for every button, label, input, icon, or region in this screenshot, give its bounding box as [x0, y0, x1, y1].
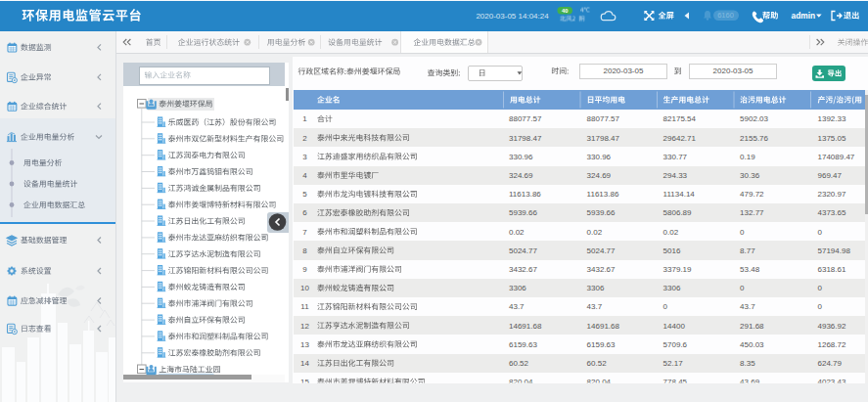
svg-text:1268.72: 1268.72 [818, 340, 846, 349]
svg-text:969.47: 969.47 [818, 171, 843, 180]
svg-text:330.77: 330.77 [663, 153, 688, 161]
svg-text:4936.92: 4936.92 [818, 322, 846, 331]
svg-text:294.33: 294.33 [663, 171, 688, 180]
svg-text:88077.57: 88077.57 [509, 114, 542, 123]
svg-text:7: 7 [302, 228, 307, 237]
svg-text:8.35: 8.35 [740, 359, 755, 368]
svg-text:14691.68: 14691.68 [587, 322, 620, 331]
svg-text:778.45: 778.45 [663, 378, 688, 386]
svg-text:820.04: 820.04 [587, 378, 612, 386]
svg-text:5024.77: 5024.77 [509, 246, 537, 255]
svg-text:40: 40 [562, 8, 568, 14]
svg-text:330.96: 330.96 [509, 153, 533, 161]
svg-text:53.48: 53.48 [740, 265, 760, 274]
svg-text:0: 0 [818, 284, 823, 292]
svg-text:3306: 3306 [509, 284, 526, 292]
svg-text:5806.89: 5806.89 [663, 208, 692, 217]
svg-text:4373.65: 4373.65 [818, 208, 846, 217]
svg-text:3432.67: 3432.67 [587, 265, 616, 274]
svg-text:6159.63: 6159.63 [587, 340, 616, 349]
svg-text:14: 14 [300, 359, 309, 368]
svg-text:0.02: 0.02 [509, 228, 525, 237]
svg-text:1392.33: 1392.33 [818, 114, 846, 123]
svg-text:11613.86: 11613.86 [509, 190, 541, 199]
svg-text:3306: 3306 [587, 284, 605, 292]
svg-text:5016: 5016 [663, 246, 681, 255]
svg-text:3379.19: 3379.19 [663, 265, 692, 274]
svg-text:0.02: 0.02 [663, 228, 679, 237]
svg-text:0: 0 [740, 228, 745, 237]
svg-text:43.69: 43.69 [740, 378, 760, 386]
svg-text:4023.43: 4023.43 [818, 378, 846, 386]
svg-text:479.72: 479.72 [740, 190, 764, 199]
svg-text:12: 12 [300, 322, 309, 331]
svg-text:15: 15 [300, 378, 309, 386]
svg-text:0: 0 [818, 228, 823, 237]
svg-text:31798.47: 31798.47 [587, 134, 620, 143]
svg-text:52.17: 52.17 [663, 359, 684, 368]
svg-text:174089.47: 174089.47 [818, 153, 855, 161]
svg-text:11134.14: 11134.14 [663, 190, 696, 199]
svg-text:2320.97: 2320.97 [818, 190, 846, 199]
svg-text:5902.03: 5902.03 [740, 114, 768, 123]
svg-text:330.96: 330.96 [587, 153, 612, 161]
svg-text:324.69: 324.69 [587, 171, 612, 180]
svg-text:admin: admin [792, 11, 816, 21]
svg-text:324.69: 324.69 [509, 171, 533, 180]
svg-text:5024.77: 5024.77 [587, 246, 616, 255]
svg-text:6: 6 [302, 208, 307, 217]
svg-text:4: 4 [302, 171, 307, 180]
svg-text:11: 11 [300, 302, 309, 311]
svg-text:820.04: 820.04 [509, 378, 533, 386]
svg-text:8: 8 [302, 246, 307, 255]
svg-text:5939.66: 5939.66 [509, 208, 537, 217]
svg-text:1: 1 [302, 114, 307, 123]
svg-text:0: 0 [663, 302, 668, 311]
svg-text:2020-03-05 14:04:24: 2020-03-05 14:04:24 [476, 12, 549, 21]
svg-text:88077.57: 88077.57 [587, 114, 620, 123]
svg-text:8.77: 8.77 [740, 246, 755, 255]
svg-text:60.52: 60.52 [509, 359, 529, 368]
svg-text:82175.54: 82175.54 [663, 114, 697, 123]
svg-text:3432.67: 3432.67 [509, 265, 537, 274]
svg-text:2020-03-05: 2020-03-05 [713, 67, 754, 75]
svg-text:13: 13 [300, 340, 309, 349]
svg-text:132.77: 132.77 [740, 208, 764, 217]
svg-text:60.52: 60.52 [587, 359, 608, 368]
svg-text:0.02: 0.02 [587, 228, 603, 237]
svg-text:3: 3 [302, 153, 307, 161]
svg-text:57194.98: 57194.98 [818, 246, 851, 255]
svg-text:3306: 3306 [663, 284, 681, 292]
svg-text:6160: 6160 [717, 11, 734, 20]
svg-text:2020-03-05: 2020-03-05 [604, 67, 644, 75]
svg-text:43.7: 43.7 [587, 302, 603, 311]
svg-text:0.19: 0.19 [740, 153, 755, 161]
svg-text:0: 0 [818, 302, 823, 311]
svg-text:9: 9 [302, 265, 307, 274]
svg-text:43.7: 43.7 [509, 302, 525, 311]
svg-text:0: 0 [740, 284, 745, 292]
svg-text:30.36: 30.36 [740, 171, 760, 180]
svg-text:5709.6: 5709.6 [663, 340, 688, 349]
svg-text:6159.63: 6159.63 [509, 340, 537, 349]
svg-text:43.7: 43.7 [740, 302, 755, 311]
svg-text:291.68: 291.68 [740, 322, 764, 331]
svg-text:14400: 14400 [663, 322, 686, 331]
svg-text:5939.66: 5939.66 [587, 208, 616, 217]
svg-text:11613.86: 11613.86 [587, 190, 619, 199]
svg-text:14691.68: 14691.68 [509, 322, 542, 331]
svg-text:6318.61: 6318.61 [818, 265, 846, 274]
svg-text:450.03: 450.03 [740, 340, 764, 349]
svg-text:624.79: 624.79 [818, 359, 843, 368]
svg-text:29642.71: 29642.71 [663, 134, 697, 143]
svg-text:2: 2 [302, 134, 307, 143]
svg-text:5: 5 [302, 190, 307, 199]
svg-text:10: 10 [300, 284, 309, 292]
svg-text:31798.47: 31798.47 [509, 134, 542, 143]
svg-text:1375.05: 1375.05 [818, 134, 846, 143]
svg-text:2155.76: 2155.76 [740, 134, 768, 143]
